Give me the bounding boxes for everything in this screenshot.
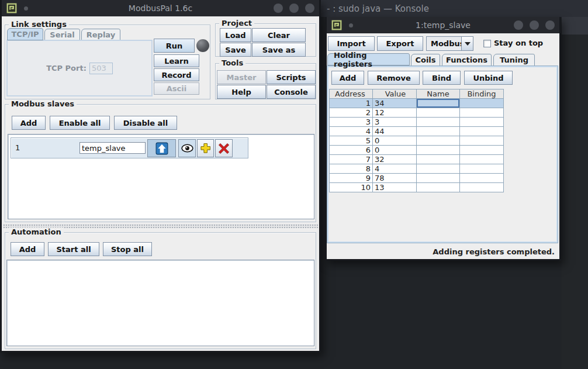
export-button[interactable]: Export xyxy=(377,36,423,51)
mode-combobox[interactable]: Modbus xyxy=(426,36,473,51)
learn-button[interactable]: Learn xyxy=(154,54,199,67)
ascii-button[interactable]: Ascii xyxy=(154,82,199,95)
table-cell[interactable] xyxy=(417,99,460,108)
tab-replay[interactable]: Replay xyxy=(81,29,120,41)
master-button[interactable]: Master xyxy=(217,70,266,84)
stop-all-button[interactable]: Stop all xyxy=(103,242,152,256)
table-cell[interactable] xyxy=(417,174,460,183)
table-cell[interactable] xyxy=(460,174,504,183)
stay-on-top-checkbox[interactable] xyxy=(483,40,491,47)
table-cell[interactable] xyxy=(460,99,504,108)
table-cell[interactable]: 8 xyxy=(330,164,373,174)
table-row[interactable]: 84 xyxy=(330,164,504,174)
table-row[interactable]: 212 xyxy=(330,108,504,118)
tab-tcpip[interactable]: TCP/IP xyxy=(7,28,43,40)
minimize-button[interactable] xyxy=(274,4,283,13)
table-cell[interactable]: 7 xyxy=(330,155,373,164)
table-row[interactable]: 60 xyxy=(330,146,504,155)
tab-serial[interactable]: Serial xyxy=(44,29,80,41)
table-cell[interactable] xyxy=(460,127,504,136)
save-button[interactable]: Save xyxy=(220,43,251,57)
slave-show-panel-button[interactable] xyxy=(178,139,196,157)
tab-tuning[interactable]: Tuning xyxy=(493,54,535,66)
table-cell[interactable]: 0 xyxy=(373,136,417,146)
table-cell[interactable] xyxy=(417,183,460,192)
table-cell[interactable] xyxy=(460,183,504,192)
register-remove-button[interactable]: Remove xyxy=(368,71,420,85)
record-button[interactable]: Record xyxy=(154,68,199,81)
table-cell[interactable] xyxy=(417,136,460,146)
table-cell[interactable]: 1 xyxy=(330,99,373,108)
column-header[interactable]: Binding xyxy=(460,89,504,99)
close-button[interactable] xyxy=(305,4,314,13)
automation-add-button[interactable]: Add xyxy=(11,242,44,256)
run-button[interactable]: Run xyxy=(154,39,195,53)
table-row[interactable]: 134 xyxy=(330,99,504,108)
scripts-button[interactable]: Scripts xyxy=(267,70,316,84)
table-cell[interactable]: 44 xyxy=(373,127,417,136)
register-bind-button[interactable]: Bind xyxy=(423,71,461,85)
table-cell[interactable] xyxy=(417,127,460,136)
table-cell[interactable] xyxy=(460,155,504,164)
table-cell[interactable]: 78 xyxy=(373,174,417,183)
table-cell[interactable] xyxy=(417,164,460,174)
close-button[interactable] xyxy=(545,20,555,30)
disable-all-button[interactable]: Disable all xyxy=(114,116,177,130)
table-cell[interactable]: 10 xyxy=(330,183,373,192)
slave-row[interactable]: 1 xyxy=(11,137,248,158)
table-cell[interactable]: 12 xyxy=(373,108,417,118)
start-all-button[interactable]: Start all xyxy=(48,242,99,256)
tab-coils[interactable]: Coils xyxy=(411,54,440,66)
save-as-button[interactable]: Save as xyxy=(252,43,306,57)
column-header[interactable]: Value xyxy=(373,89,417,99)
table-cell[interactable]: 4 xyxy=(330,127,373,136)
slave-delete-button[interactable] xyxy=(215,139,233,157)
table-row[interactable]: 1013 xyxy=(330,183,504,192)
table-cell[interactable]: 2 xyxy=(330,108,373,118)
table-cell[interactable]: 3 xyxy=(330,118,373,127)
table-cell[interactable]: 9 xyxy=(330,174,373,183)
register-add-button[interactable]: Add xyxy=(331,71,364,85)
table-cell[interactable] xyxy=(417,108,460,118)
slave-duplicate-button[interactable] xyxy=(197,139,214,157)
table-row[interactable]: 50 xyxy=(330,136,504,146)
table-cell[interactable]: 4 xyxy=(373,164,417,174)
table-cell[interactable]: 34 xyxy=(373,99,417,108)
clear-button[interactable]: Clear xyxy=(252,28,306,42)
enable-all-button[interactable]: Enable all xyxy=(50,116,110,130)
help-button[interactable]: Help xyxy=(217,85,266,99)
combobox-dropdown-button[interactable] xyxy=(461,37,473,50)
tab-functions[interactable]: Functions xyxy=(442,54,492,66)
column-header[interactable]: Address xyxy=(330,89,373,99)
table-cell[interactable]: 0 xyxy=(373,146,417,155)
maximize-button[interactable] xyxy=(530,20,539,30)
table-cell[interactable]: 32 xyxy=(373,155,417,164)
table-cell[interactable] xyxy=(460,164,504,174)
table-cell[interactable]: 5 xyxy=(330,136,373,146)
table-row[interactable]: 444 xyxy=(330,127,504,136)
table-row[interactable]: 978 xyxy=(330,174,504,183)
slave-enabled-toggle[interactable] xyxy=(147,139,176,157)
table-cell[interactable]: 3 xyxy=(373,118,417,127)
table-cell[interactable] xyxy=(460,108,504,118)
load-button[interactable]: Load xyxy=(220,28,251,42)
console-button[interactable]: Console xyxy=(267,85,316,99)
column-header[interactable]: Name xyxy=(417,89,460,99)
table-cell[interactable]: 13 xyxy=(373,183,417,192)
table-row[interactable]: 732 xyxy=(330,155,504,164)
table-cell[interactable] xyxy=(460,146,504,155)
table-cell[interactable] xyxy=(417,155,460,164)
maximize-button[interactable] xyxy=(289,4,299,13)
table-cell[interactable] xyxy=(460,118,504,127)
minimize-button[interactable] xyxy=(514,20,523,30)
register-unbind-button[interactable]: Unbind xyxy=(464,71,513,85)
import-button[interactable]: Import xyxy=(328,36,375,51)
slave-name-input[interactable] xyxy=(79,142,146,154)
slaves-add-button[interactable]: Add xyxy=(12,116,46,130)
table-row[interactable]: 33 xyxy=(330,118,504,127)
table-cell[interactable] xyxy=(417,146,460,155)
tab-holding-registers[interactable]: Holding registers xyxy=(327,53,410,65)
table-cell[interactable]: 6 xyxy=(330,146,373,155)
temp-slave-titlebar[interactable]: 1:temp_slave xyxy=(327,17,559,33)
table-cell[interactable] xyxy=(417,118,460,127)
